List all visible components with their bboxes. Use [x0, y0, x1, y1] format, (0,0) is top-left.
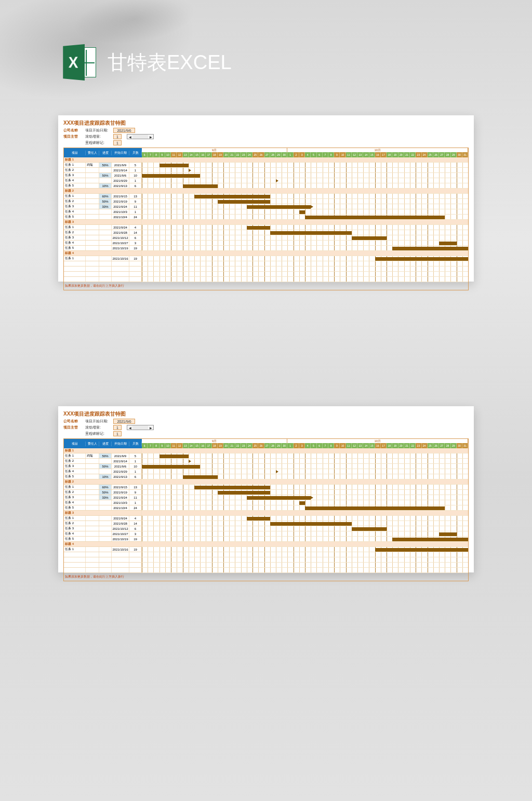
task-start: 2021/9/9 [112, 453, 129, 458]
task-row[interactable]: 任务 4 2021/9/29 1 [64, 178, 142, 183]
scroll-step-value[interactable]: 1 [113, 134, 122, 139]
day-cell: 22 [235, 443, 241, 448]
gantt-bar[interactable] [439, 532, 457, 536]
task-row[interactable]: 任务 3 2021/10/12 6 [64, 235, 142, 241]
task-row[interactable]: 任务 1 2021/9/24 4 [64, 225, 142, 230]
task-row[interactable]: 任务 3 50% 2021/9/6 10 [64, 464, 142, 469]
group-row[interactable]: 标题 4 [64, 542, 142, 547]
gantt-bar[interactable] [352, 527, 387, 531]
task-days: 3 [129, 241, 142, 245]
day-cell: 29 [276, 152, 282, 157]
task-start: 2021/9/9 [112, 163, 129, 167]
gantt-bar[interactable] [305, 506, 445, 510]
start-date-value[interactable]: 2021/9/6 [113, 128, 135, 133]
task-panel: 项目 责任人 进度 开始日期 天数 标题 1任务 1 鸡翁 50% 2021/9… [64, 148, 142, 290]
task-row[interactable]: 任务 4 2021/10/3 1 [64, 500, 142, 505]
gantt-bar[interactable] [247, 205, 311, 209]
gantt-bar[interactable] [299, 501, 305, 505]
group-row[interactable]: 标题 2 [64, 189, 142, 194]
gantt-bar[interactable] [439, 242, 457, 245]
task-row[interactable]: 任务 1 60% 2021/9/15 13 [64, 485, 142, 490]
day-cell: 24 [422, 152, 428, 157]
scroll-left-icon[interactable]: ◀ [127, 425, 132, 430]
task-row[interactable]: 任务 1 2021/9/24 4 [64, 516, 142, 521]
scroll-control[interactable]: ◀ ▶ [127, 134, 154, 139]
group-row[interactable]: 标题 3 [64, 511, 142, 516]
task-name: 任务 3 [64, 495, 86, 500]
scroll-control[interactable]: ◀ ▶ [127, 425, 154, 430]
task-row[interactable]: 任务 4 2021/10/3 1 [64, 209, 142, 215]
task-row[interactable]: 任务 1 60% 2021/9/15 13 [64, 194, 142, 199]
task-row[interactable]: 任务 5 2021/10/19 19 [64, 537, 142, 542]
task-row[interactable]: 任务 1 鸡翁 50% 2021/9/9 5 [64, 453, 142, 459]
task-row[interactable]: 任务 2 50% 2021/9/19 9 [64, 199, 142, 204]
gantt-bar[interactable] [194, 486, 270, 489]
gantt-bar[interactable] [352, 236, 387, 240]
task-row[interactable]: 任务 5 10% 2021/9/13 6 [64, 474, 142, 479]
gantt-bar[interactable] [159, 164, 189, 167]
day-cell: 9 [334, 443, 340, 448]
scroll-right-icon[interactable]: ▶ [148, 425, 153, 430]
gantt-sheet-preview-2: XXX项目进度跟踪表甘特图 公司名称 项目开始日期: 2021/9/6 项目主管… [58, 406, 474, 572]
gantt-bar[interactable] [218, 491, 270, 495]
group-row[interactable]: 标题 1 [64, 157, 142, 163]
task-row[interactable]: 任务 4 2021/10/27 3 [64, 241, 142, 246]
task-row[interactable]: 任务 3 2021/10/12 6 [64, 526, 142, 531]
task-owner [86, 500, 99, 505]
day-cell: 13 [357, 152, 363, 157]
scroll-track[interactable] [132, 425, 148, 430]
task-row[interactable]: 任务 1 2021/10/16 19 [64, 547, 142, 552]
gantt-bar[interactable] [142, 465, 200, 469]
task-row[interactable]: 任务 5 2021/10/4 24 [64, 215, 142, 220]
gantt-bar[interactable] [392, 538, 468, 541]
task-row[interactable]: 任务 4 2021/10/27 3 [64, 531, 142, 537]
day-cell: 25 [428, 443, 433, 448]
gantt-bar[interactable] [183, 475, 218, 479]
gantt-bar[interactable] [218, 200, 270, 204]
group-row[interactable]: 标题 1 [64, 448, 142, 453]
task-row[interactable]: 任务 2 50% 2021/9/19 9 [64, 490, 142, 495]
group-row[interactable]: 标题 2 [64, 479, 142, 485]
task-row[interactable]: 任务 3 33% 2021/9/24 11 [64, 495, 142, 500]
gantt-bar[interactable] [247, 226, 270, 230]
gantt-bar[interactable] [392, 247, 468, 250]
scroll-left-icon[interactable]: ◀ [127, 135, 132, 139]
task-row[interactable]: 任务 2 2021/9/14 1 [64, 168, 142, 173]
gantt-bar[interactable] [247, 496, 311, 500]
task-row[interactable]: 任务 3 33% 2021/9/24 11 [64, 204, 142, 209]
gantt-bar[interactable] [270, 522, 352, 526]
day-cell: 14 [189, 443, 194, 448]
start-date-value[interactable]: 2021/9/6 [113, 419, 135, 424]
gantt-bar[interactable] [159, 455, 189, 458]
gantt-bar[interactable] [183, 184, 218, 188]
day-cell: 24 [247, 443, 252, 448]
gantt-bar[interactable] [247, 517, 270, 520]
scroll-right-icon[interactable]: ▶ [148, 135, 153, 139]
group-row[interactable]: 标题 4 [64, 251, 142, 256]
gantt-bar[interactable] [375, 548, 468, 552]
task-progress [99, 537, 112, 541]
task-row[interactable]: 任务 5 2021/10/4 24 [64, 505, 142, 511]
gantt-bar[interactable] [194, 195, 270, 198]
task-row[interactable]: 任务 1 2021/10/16 19 [64, 256, 142, 261]
gantt-bar[interactable] [142, 174, 200, 178]
task-row[interactable]: 任务 2 2021/9/28 14 [64, 521, 142, 526]
gantt-bar[interactable] [375, 257, 468, 261]
task-row[interactable]: 任务 1 鸡翁 50% 2021/9/9 5 [64, 163, 142, 168]
task-row[interactable]: 任务 3 50% 2021/9/6 10 [64, 173, 142, 178]
day-cell: 30 [282, 152, 287, 157]
gantt-bar[interactable] [305, 216, 445, 219]
milestone-value[interactable]: 1 [113, 431, 122, 436]
gantt-bar[interactable] [270, 231, 352, 235]
task-row[interactable]: 任务 2 2021/9/28 14 [64, 230, 142, 235]
scroll-track[interactable] [132, 135, 148, 139]
task-start: 2021/9/14 [112, 459, 129, 463]
group-row[interactable]: 标题 3 [64, 220, 142, 225]
task-row[interactable]: 任务 2 2021/9/14 1 [64, 459, 142, 464]
milestone-value[interactable]: 1 [113, 140, 122, 145]
gantt-bar[interactable] [299, 210, 305, 214]
task-row[interactable]: 任务 5 10% 2021/9/13 6 [64, 183, 142, 189]
task-row[interactable]: 任务 4 2021/9/29 1 [64, 469, 142, 474]
task-row[interactable]: 任务 5 2021/10/19 19 [64, 246, 142, 251]
scroll-step-value[interactable]: 1 [113, 425, 122, 430]
